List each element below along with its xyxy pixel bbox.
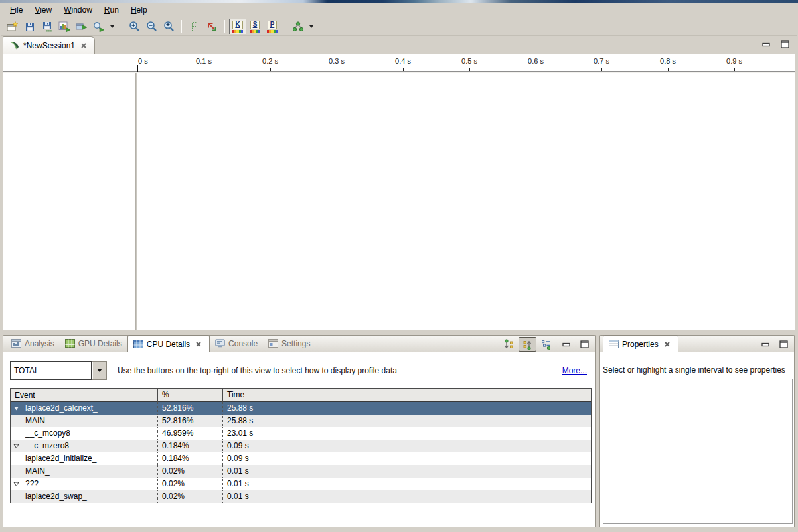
timeline-canvas[interactable]: 0 s 0.1 s 0.2 s 0.3 s 0.4 s 0.5 s 0.6 s … [3,54,795,330]
ruler-baseline [3,71,795,73]
save-as-button[interactable] [39,19,56,34]
examine-button[interactable] [90,19,108,34]
menu-bar: File View Window Run Help [1,3,797,17]
event-percent: 0.02% [157,490,222,503]
properties-empty-box [603,379,793,524]
examine-dropdown-caret-icon[interactable] [110,25,114,28]
table-row[interactable]: MAIN_ 52.816% 25.88 s [11,415,591,427]
ruler-label: 0.2 s [262,57,278,65]
menu-run[interactable]: Run [98,4,125,16]
top-down-view-button[interactable] [500,337,518,352]
new-session-button[interactable] [4,19,21,34]
event-name: laplace2d_calcnext_ [25,402,98,415]
tab-properties-close-button[interactable] [662,339,673,350]
properties-maximize-button[interactable] [778,339,789,350]
column-header-percent[interactable]: % [157,389,222,402]
table-row[interactable]: ??? 0.02% 0.01 s [11,478,591,490]
stream-color-button[interactable]: S [246,19,264,34]
timeline-name-column-sash[interactable] [135,73,137,330]
zoom-in-icon [129,21,140,32]
zoom-fit-icon [163,21,175,32]
zoom-fit-button[interactable] [160,19,177,34]
tab-settings[interactable]: Settings [263,335,315,352]
minimize-icon [762,41,771,48]
run-analysis-button[interactable] [73,19,90,34]
editor-minimize-button[interactable] [761,39,771,50]
event-time: 0.09 s [222,452,591,465]
menu-window[interactable]: Window [58,4,98,16]
generate-timeline-button[interactable] [56,19,73,34]
display-mode-select[interactable]: TOTAL [10,361,107,380]
expand-triangle-icon[interactable] [13,406,20,411]
display-mode-dropdown-button[interactable] [92,361,107,380]
settings-tab-icon [268,339,278,348]
bottom-up-view-icon [522,339,533,350]
event-name: laplace2d_swap_ [25,490,87,503]
column-header-time[interactable]: Time [222,389,591,402]
tab-properties-label: Properties [622,340,659,349]
tab-cpu-details[interactable]: CPU Details [127,335,210,352]
column-header-event[interactable]: Event [11,391,157,400]
menu-view[interactable]: View [29,4,58,16]
minimize-icon [761,341,770,348]
details-minimize-button[interactable] [561,339,572,350]
table-row[interactable]: laplace2d_swap_ 0.02% 0.01 s [11,490,591,503]
properties-tab-icon [609,340,619,348]
details-tabbar: Analysis GPU Details CPU De [3,335,596,352]
ruler-label: 0.3 s [329,57,345,65]
tab-analysis[interactable]: Analysis [6,335,60,352]
reset-zoom-button[interactable] [203,19,220,34]
expand-triangle-icon[interactable] [13,444,20,449]
session-tab[interactable]: *NewSession1 [3,36,95,54]
ruler-label: 0.6 s [528,57,544,65]
table-row[interactable]: __c_mzero8 0.184% 0.09 s [11,440,591,452]
editor-maximize-button[interactable] [779,39,790,50]
properties-panel: Properties Select or highlight a si [599,335,795,527]
cpu-details-content: TOTAL Use the buttons on the top-right o… [3,352,596,527]
flag-f-button[interactable] [186,19,203,34]
bottom-up-view-button[interactable] [519,337,536,352]
event-percent: 0.184% [157,452,222,465]
tab-console[interactable]: Console [210,335,263,352]
table-row[interactable]: laplace2d_initialize_ 0.184% 0.09 s [11,452,591,465]
tab-cpu-details-close-button[interactable] [193,339,204,350]
event-name: laplace2d_initialize_ [25,452,96,465]
details-maximize-button[interactable] [579,339,590,350]
details-panel: Analysis GPU Details CPU De [3,335,596,527]
save-button[interactable] [21,19,39,34]
chevron-down-icon [97,369,102,372]
process-color-button[interactable]: P [264,19,281,34]
stream-color-letter: S [250,21,260,29]
tab-gpu-details[interactable]: GPU Details [60,335,127,352]
table-row[interactable]: __c_mcopy8 46.959% 23.01 s [11,427,591,440]
zoom-in-button[interactable] [125,19,143,34]
menu-help[interactable]: Help [125,4,153,16]
zoom-out-icon [146,21,157,32]
table-row[interactable]: MAIN_ 0.02% 0.01 s [11,465,591,478]
event-percent: 52.816% [157,402,222,415]
menu-file[interactable]: File [4,4,29,16]
event-time: 25.88 s [222,402,591,415]
session-tab-close-button[interactable] [78,40,89,51]
call-tree-button[interactable] [289,19,307,34]
properties-minimize-button[interactable] [760,339,771,350]
maximize-icon [779,340,788,348]
tab-cpu-details-label: CPU Details [147,340,190,349]
expand-triangle-icon[interactable] [13,482,20,487]
toolbar-separator [224,20,225,33]
call-tree-dropdown-caret-icon[interactable] [309,25,313,28]
tab-properties[interactable]: Properties [603,335,678,352]
properties-tabbar: Properties [599,335,795,352]
table-row[interactable]: laplace2d_calcnext_ 52.816% 25.88 s [11,402,591,415]
console-tab-icon [215,339,225,348]
more-link[interactable]: More... [562,366,587,375]
code-structure-view-button[interactable] [537,337,555,352]
ruler-label: 0.8 s [660,57,676,65]
zoom-out-button[interactable] [143,19,160,34]
event-name: ??? [25,478,39,490]
main-toolbar: K S P [1,17,797,36]
flag-f-icon [190,21,199,32]
kernel-color-button[interactable]: K [229,19,246,34]
session-icon [9,40,20,51]
nvvp-window: { "colors": { "selection": "#4e6d8e", "l… [0,0,798,532]
